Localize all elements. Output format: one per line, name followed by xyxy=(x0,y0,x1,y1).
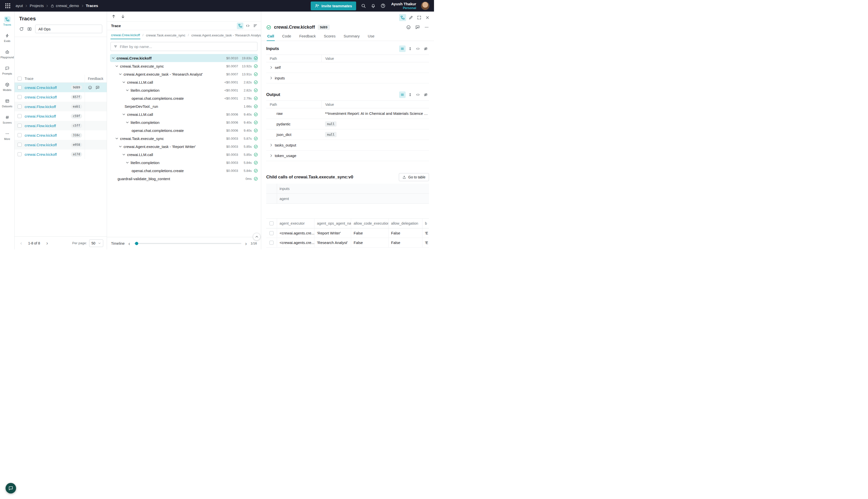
table-row[interactable]: <crewai.agents.cre...'Research Analyst'F… xyxy=(266,238,429,247)
trace-tree-row[interactable]: litellm.completion<$0.00012.82s xyxy=(110,86,258,94)
breadcrumb-entity[interactable]: ayut xyxy=(15,3,23,8)
trace-tree-row[interactable]: crewai.LLM.call$0.00035.85s xyxy=(110,150,258,159)
timeline-slider[interactable] xyxy=(134,243,241,244)
split-view-button[interactable] xyxy=(399,14,406,21)
select-all-checkbox[interactable] xyxy=(270,221,273,226)
breadcrumb-projects[interactable]: Projects xyxy=(30,3,44,8)
tab-scores[interactable]: Scores xyxy=(323,33,336,41)
list-view-button[interactable] xyxy=(399,46,406,52)
user-menu[interactable]: Ayush Thakur Personal xyxy=(391,2,416,10)
more-options-icon[interactable] xyxy=(424,25,429,30)
sidebar-item-traces[interactable]: Traces xyxy=(0,14,14,29)
per-page-select[interactable]: 50 xyxy=(89,240,103,247)
search-icon[interactable] xyxy=(361,3,366,8)
trace-link[interactable]: crewai.Crew.kickoff xyxy=(25,95,57,99)
trace-row[interactable]: crewai.Flow.kickoffc59f xyxy=(15,111,107,121)
trace-link[interactable]: crewai.Crew.kickoff xyxy=(25,85,57,90)
expand-rows-button[interactable] xyxy=(407,92,413,98)
row-checkbox[interactable] xyxy=(17,114,22,118)
row-checkbox[interactable] xyxy=(17,85,22,89)
trace-tree-row[interactable]: openai.chat.completions.create<$0.00012.… xyxy=(110,94,258,102)
collapse-panel-button[interactable] xyxy=(253,233,260,241)
notifications-bell-icon[interactable] xyxy=(371,3,376,8)
fullscreen-button[interactable] xyxy=(416,14,423,21)
row-checkbox[interactable] xyxy=(270,231,273,235)
row-checkbox[interactable] xyxy=(17,152,22,156)
row-checkbox[interactable] xyxy=(17,95,22,99)
trace-link[interactable]: crewai.Flow.kickoff xyxy=(25,124,56,128)
timeline-slider-handle[interactable] xyxy=(135,242,138,245)
trace-row[interactable]: crewai.Crew.kickoff316c xyxy=(15,130,107,140)
trace-row[interactable]: crewai.Flow.kickoffc5ff xyxy=(15,121,107,130)
tab-summary[interactable]: Summary xyxy=(343,33,360,41)
manage-columns-icon[interactable] xyxy=(27,27,32,32)
sidebar-item-playground[interactable]: Playground xyxy=(0,46,14,61)
trace-row[interactable]: crewai.Crew.kickoffe058 xyxy=(15,140,107,149)
invite-teammates-button[interactable]: Invite teammates xyxy=(311,1,356,10)
trace-link[interactable]: crewai.Crew.kickoff xyxy=(25,143,57,147)
expand-rows-button[interactable] xyxy=(407,46,413,52)
tab-code[interactable]: Code xyxy=(282,33,292,41)
sidebar-item-models[interactable]: Models xyxy=(0,79,14,94)
trace-link[interactable]: crewai.Flow.kickoff xyxy=(25,114,56,118)
data-row[interactable]: self xyxy=(266,62,429,73)
trace-tree-row[interactable]: openai.chat.completions.create$0.00035.8… xyxy=(110,167,258,175)
avatar[interactable] xyxy=(421,1,430,10)
trace-tree-row[interactable]: litellm.completion$0.00035.84s xyxy=(110,159,258,167)
trace-link[interactable]: crewai.Crew.kickoff xyxy=(25,152,57,157)
sidebar-item-datasets[interactable]: Datasets xyxy=(0,95,14,110)
comment-icon[interactable] xyxy=(415,25,420,30)
trace-row[interactable]: crewai.Crew.kickoffa17d xyxy=(15,149,107,159)
hide-button[interactable] xyxy=(422,46,429,52)
code-view-button[interactable] xyxy=(415,46,421,52)
trace-tree-row[interactable]: guardrail-validate_blog_content0ms xyxy=(110,175,258,183)
trace-tree-row[interactable]: SerperDevTool._run1.66s xyxy=(110,102,258,110)
trace-row[interactable]: crewai.Crew.kickoff9d89 xyxy=(15,83,107,92)
breadcrumb-traces[interactable]: Traces xyxy=(86,3,98,8)
op-filter-input[interactable]: Filter by op name... xyxy=(111,42,258,51)
tab-feedback[interactable]: Feedback xyxy=(299,33,316,41)
trace-link[interactable]: crewai.Flow.kickoff xyxy=(25,105,56,109)
add-reaction-icon[interactable] xyxy=(406,25,411,30)
trace-tree-row[interactable]: crewai.Agent.execute_task - 'Report Writ… xyxy=(110,143,258,150)
prev-page-button[interactable]: ‹ xyxy=(18,240,24,246)
trace-breadcrumb-item[interactable]: crewai.Task.execute_sync xyxy=(146,31,186,39)
trace-tree-row[interactable]: openai.chat.completions.create$0.00069.4… xyxy=(110,126,258,134)
go-to-table-button[interactable]: Go to table xyxy=(399,173,429,181)
row-checkbox[interactable] xyxy=(17,133,22,137)
trace-tree-row[interactable]: crewai.LLM.call$0.00069.40s xyxy=(110,110,258,118)
sidebar-item-evals[interactable]: Evals xyxy=(0,30,14,45)
sidebar-item-prompts[interactable]: Prompts xyxy=(0,63,14,78)
timeline-next-button[interactable]: › xyxy=(245,241,247,246)
trace-tree-row[interactable]: crewai.Task.execute_sync$0.000713.92s xyxy=(110,62,258,70)
trace-row[interactable]: crewai.Crew.kickoff657f xyxy=(15,92,107,102)
prev-call-button[interactable] xyxy=(111,14,116,19)
code-view-toggle[interactable] xyxy=(244,23,251,29)
next-call-button[interactable] xyxy=(121,14,125,19)
row-checkbox[interactable] xyxy=(270,241,273,245)
trace-row[interactable]: crewai.Flow.kickoffeab1 xyxy=(15,102,107,111)
ops-filter-select[interactable]: All Ops xyxy=(35,25,102,33)
refresh-icon[interactable] xyxy=(19,27,24,32)
close-panel-button[interactable] xyxy=(424,14,431,21)
code-view-button[interactable] xyxy=(415,92,421,98)
trace-tree-row[interactable]: crewai.Crew.kickoff$0.001019.83s xyxy=(110,54,258,62)
hide-button[interactable] xyxy=(422,92,429,98)
flame-view-toggle[interactable] xyxy=(252,23,258,29)
tab-call[interactable]: Call xyxy=(267,33,275,41)
row-checkbox[interactable] xyxy=(17,124,22,127)
data-row[interactable]: tasks_output xyxy=(266,140,429,150)
help-icon[interactable] xyxy=(381,3,385,8)
wandb-logo[interactable] xyxy=(4,2,11,9)
list-view-button[interactable] xyxy=(399,92,406,98)
trace-tree-row[interactable]: crewai.Task.execute_sync$0.00035.87s xyxy=(110,134,258,143)
tab-use[interactable]: Use xyxy=(367,33,375,41)
next-page-button[interactable]: › xyxy=(44,240,50,246)
data-row[interactable]: inputs xyxy=(266,73,429,83)
call-id-badge[interactable]: 9d89 xyxy=(318,25,330,30)
timeline-prev-button[interactable]: ‹ xyxy=(128,241,131,246)
trace-tree-row[interactable]: crewai.Agent.execute_task - 'Research An… xyxy=(110,70,258,78)
trace-breadcrumb-item[interactable]: crewai.Agent.execute_task - 'Research An… xyxy=(191,31,261,39)
trace-tree-row[interactable]: litellm.completion$0.00069.40s xyxy=(110,118,258,126)
table-row[interactable]: <crewai.agents.cre...'Report Writer'Fals… xyxy=(266,228,429,238)
